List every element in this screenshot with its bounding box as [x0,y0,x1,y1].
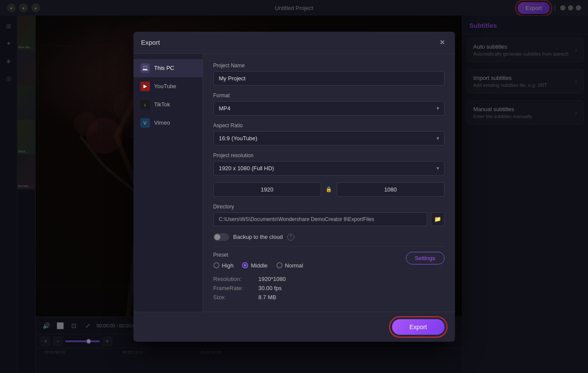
radio-group: High Middle [213,262,397,269]
dialog-header: Export ✕ [133,32,455,54]
backup-toggle[interactable] [213,233,229,241]
toggle-thumb [214,234,220,240]
preset-high-radio [213,262,219,268]
spec-framerate-value: 30.00 fps [259,285,282,291]
export-nav: 💻 This PC ▶ YouTube ♪ TikTok V Vimeo [133,54,203,312]
divider-1 [213,246,445,247]
spec-size-row: Size: 8.7 MB [213,294,445,300]
preset-middle-label: Middle [251,262,267,269]
export-nav-youtube[interactable]: ▶ YouTube [133,77,203,96]
spec-size-value: 8.7 MB [259,294,276,300]
preset-section: Preset High [213,252,445,269]
dialog-close-button[interactable]: ✕ [438,38,447,47]
preset-high[interactable]: High [213,262,234,269]
project-resolution-label: Project resolution [213,152,445,158]
resolution-row: 🔒 [213,182,445,197]
export-button-bottom[interactable]: Export [392,319,444,335]
directory-label: Directory [213,204,445,210]
export-nav-tiktok[interactable]: ♪ TikTok [133,96,203,114]
aspect-ratio-label: Aspect Ratio [213,122,445,129]
directory-row: 📁 [213,212,445,226]
preset-normal-label: Normal [285,262,303,269]
vimeo-label: Vimeo [154,119,170,126]
format-select-wrapper: MP4 ▼ [213,101,445,116]
lock-icon: 🔒 [325,185,333,194]
this-pc-icon: 💻 [140,63,150,73]
spec-resolution-key: Resolution: [213,276,257,282]
height-input[interactable] [337,182,445,197]
aspect-ratio-select[interactable]: 16:9 (YouTube) [213,131,445,145]
width-input[interactable] [213,182,321,197]
spec-resolution-value: 1920*1080 [259,276,286,282]
project-name-input[interactable] [213,71,445,86]
preset-high-label: High [222,262,234,269]
spec-framerate-key: FrameRate: [213,285,257,291]
project-resolution-select-wrapper: 1920 x 1080 (Full HD) ▼ [213,161,445,175]
project-resolution-group: Project resolution 1920 x 1080 (Full HD)… [213,152,445,175]
format-group: Format MP4 ▼ [213,92,445,116]
aspect-ratio-select-wrapper: 16:9 (YouTube) ▼ [213,131,445,145]
preset-middle[interactable]: Middle [242,262,267,269]
backup-label: Backup to the cloud [233,234,283,240]
export-dialog: Export ✕ 💻 This PC ▶ YouTube ♪ TikTok [133,32,455,342]
spec-resolution-row: Resolution: 1920*1080 [213,276,445,282]
spec-framerate-row: FrameRate: 30.00 fps [213,285,445,291]
youtube-icon: ▶ [140,82,150,91]
preset-middle-radio [242,262,248,268]
help-icon[interactable]: ? [287,234,294,241]
project-resolution-select[interactable]: 1920 x 1080 (Full HD) [213,161,445,175]
dimensions-group: 🔒 [213,182,445,197]
dialog-overlay: Export ✕ 💻 This PC ▶ YouTube ♪ TikTok [0,0,588,373]
preset-normal[interactable]: Normal [276,262,303,269]
directory-group: Directory 📁 [213,204,445,226]
specs-section: Resolution: 1920*1080 FrameRate: 30.00 f… [213,276,445,300]
folder-button[interactable]: 📁 [431,212,445,226]
export-form: Project Name Format MP4 ▼ Aspect Ratio [203,54,455,312]
tiktok-icon: ♪ [140,100,150,109]
backup-row: Backup to the cloud ? [213,233,445,241]
dialog-body: 💻 This PC ▶ YouTube ♪ TikTok V Vimeo [133,54,455,312]
dialog-footer: Export [133,312,455,342]
preset-middle-dot [244,264,246,267]
dialog-title: Export [141,39,160,46]
settings-button[interactable]: Settings [406,252,445,264]
project-name-label: Project Name [213,63,445,69]
this-pc-label: This PC [154,65,174,71]
preset-label: Preset [213,252,397,258]
preset-normal-radio [276,262,282,268]
aspect-ratio-group: Aspect Ratio 16:9 (YouTube) ▼ [213,122,445,145]
youtube-label: YouTube [154,83,176,89]
directory-input[interactable] [213,212,427,226]
project-name-group: Project Name [213,63,445,86]
format-label: Format [213,92,445,99]
export-nav-vimeo[interactable]: V Vimeo [133,114,203,132]
spec-size-key: Size: [213,294,257,300]
preset-left: Preset High [213,252,397,269]
export-nav-this-pc[interactable]: 💻 This PC [133,59,203,77]
format-select[interactable]: MP4 [213,101,445,116]
tiktok-label: TikTok [154,101,170,108]
vimeo-icon: V [140,118,150,128]
